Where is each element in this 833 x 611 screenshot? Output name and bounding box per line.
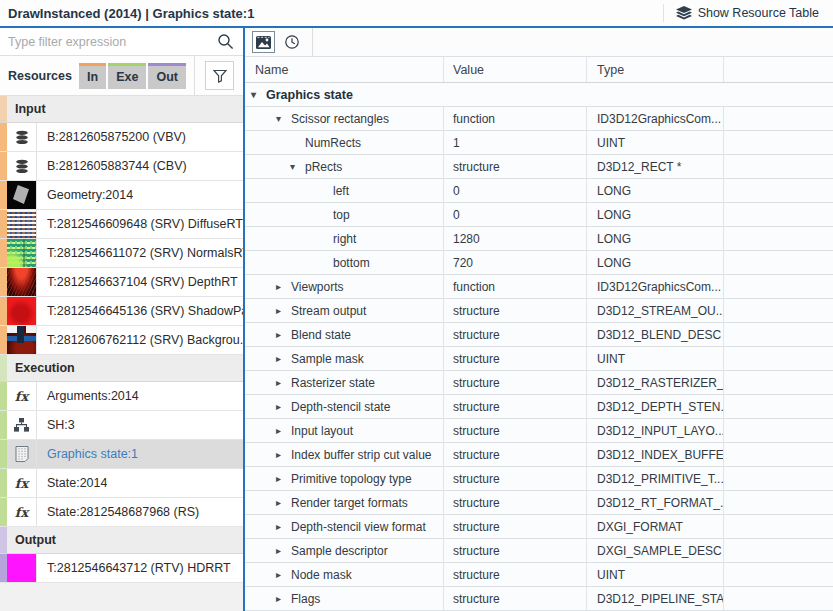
name-cell: ▸Render target formats bbox=[245, 491, 444, 514]
image-view-button[interactable] bbox=[252, 31, 275, 53]
section-header-output: Output bbox=[0, 527, 243, 554]
table-row[interactable]: ▸Primitive topology typestructureD3D12_P… bbox=[245, 467, 833, 491]
expander-closed-icon[interactable]: ▸ bbox=[276, 329, 291, 340]
table-row[interactable]: ▸Sample maskstructureUINT bbox=[245, 347, 833, 371]
table-row[interactable]: ▾pRectsstructure D3D12_RECT * bbox=[245, 155, 833, 179]
fx-icon: fx bbox=[15, 390, 28, 403]
type-cell: DXGI_FORMAT bbox=[587, 515, 724, 538]
table-row[interactable]: ▸Sample descriptorstructureDXGI_SAMPLE_D… bbox=[245, 539, 833, 563]
row-name: bottom bbox=[333, 256, 370, 270]
list-item[interactable]: B:2812605875200 (VBV) bbox=[0, 123, 243, 152]
list-item[interactable]: SH:3 bbox=[0, 411, 243, 440]
value-cell: structure bbox=[444, 539, 587, 562]
list-item[interactable]: T:2812546645136 (SRV) ShadowPa... bbox=[0, 297, 243, 326]
extra-cell bbox=[724, 227, 833, 250]
table-row[interactable]: left0LONG bbox=[245, 179, 833, 203]
column-header-type[interactable]: Type bbox=[587, 57, 724, 82]
column-header-value[interactable]: Value bbox=[444, 57, 587, 82]
item-label: T:2812606762112 (SRV) Backgrou... bbox=[37, 326, 243, 354]
list-item[interactable]: fxState:2812548687968 (RS) bbox=[0, 498, 243, 527]
list-item[interactable]: T:2812546637104 (SRV) DepthRT bbox=[0, 268, 243, 297]
table-row[interactable]: top0LONG bbox=[245, 203, 833, 227]
search-icon[interactable] bbox=[213, 33, 243, 50]
name-cell: ▸Sample mask bbox=[245, 347, 444, 370]
table-row[interactable]: ▸Node maskstructureUINT bbox=[245, 563, 833, 587]
section-stripe bbox=[0, 554, 7, 582]
expander-closed-icon[interactable]: ▸ bbox=[276, 401, 291, 412]
list-item[interactable]: Geometry:2014 bbox=[0, 181, 243, 210]
extra-cell bbox=[724, 83, 833, 106]
row-name: Stream output bbox=[291, 304, 366, 318]
list-item[interactable]: T:2812606762112 (SRV) Backgrou... bbox=[0, 326, 243, 355]
show-resource-table-button[interactable]: Show Resource Table bbox=[663, 4, 827, 22]
table-row[interactable]: ▸Blend statestructureD3D12_BLEND_DESC bbox=[245, 323, 833, 347]
column-header-name[interactable]: Name bbox=[245, 57, 444, 82]
table-row[interactable]: ▸FlagsstructureD3D12_PIPELINE_STA... bbox=[245, 587, 833, 611]
diffuse-thumbnail bbox=[7, 210, 36, 238]
buffer-icon bbox=[14, 159, 30, 174]
row-name: NumRects bbox=[305, 136, 361, 150]
expander-closed-icon[interactable]: ▸ bbox=[276, 377, 291, 388]
expander-closed-icon[interactable]: ▸ bbox=[276, 353, 291, 364]
table-row[interactable]: NumRects1UINT bbox=[245, 131, 833, 155]
name-cell: left bbox=[245, 179, 444, 202]
shadow-thumbnail bbox=[7, 297, 36, 325]
image-icon bbox=[256, 36, 271, 49]
item-label: State:2812548687968 (RS) bbox=[37, 498, 199, 526]
table-row[interactable]: ▸Depth-stencil statestructureD3D12_DEPTH… bbox=[245, 395, 833, 419]
expander-closed-icon[interactable]: ▸ bbox=[276, 497, 291, 508]
table-row[interactable]: ▸Input layoutstructureD3D12_INPUT_LAYO..… bbox=[245, 419, 833, 443]
section-stripe bbox=[0, 411, 7, 439]
item-label: T:2812546645136 (SRV) ShadowPa... bbox=[37, 297, 243, 325]
list-item[interactable]: Graphics state:1 bbox=[0, 440, 243, 469]
value-cell: 1 bbox=[444, 131, 587, 154]
value-cell: structure bbox=[444, 371, 587, 394]
expander-closed-icon[interactable]: ▸ bbox=[276, 473, 291, 484]
filter-input[interactable] bbox=[0, 35, 213, 49]
history-view-button[interactable] bbox=[280, 31, 303, 53]
table-row[interactable]: ▸Stream outputstructureD3D12_STREAM_OU..… bbox=[245, 299, 833, 323]
expander-closed-icon[interactable]: ▸ bbox=[276, 521, 291, 532]
table-row[interactable]: ▸Render target formatsstructureD3D12_RT_… bbox=[245, 491, 833, 515]
section-label: Input bbox=[7, 102, 46, 116]
value-cell: structure bbox=[444, 563, 587, 586]
expander-closed-icon[interactable]: ▸ bbox=[276, 593, 291, 604]
row-name: Node mask bbox=[291, 568, 352, 582]
list-item[interactable]: fxArguments:2014 bbox=[0, 382, 243, 411]
table-row[interactable]: ▸Depth-stencil view formatstructureDXGI_… bbox=[245, 515, 833, 539]
value-cell: 0 bbox=[444, 179, 587, 202]
out-filter-button[interactable]: Out bbox=[148, 63, 186, 89]
resources-panel: Resources In Exe Out InputB:281260587520… bbox=[0, 28, 245, 611]
expander-open-icon[interactable]: ▾ bbox=[276, 113, 291, 124]
expander-open-icon[interactable]: ▾ bbox=[290, 161, 305, 172]
value-cell: structure bbox=[444, 467, 587, 490]
table-row[interactable]: ▸Index buffer strip cut valuestructureD3… bbox=[245, 443, 833, 467]
table-row[interactable]: ▾Graphics state bbox=[245, 83, 833, 107]
section-stripe bbox=[0, 239, 7, 267]
expander-open-icon[interactable]: ▾ bbox=[251, 89, 266, 100]
list-item[interactable]: T:2812546609648 (SRV) DiffuseRT bbox=[0, 210, 243, 239]
list-item[interactable]: T:2812546611072 (SRV) NormalsRT bbox=[0, 239, 243, 268]
expander-closed-icon[interactable]: ▸ bbox=[276, 281, 291, 292]
table-row[interactable]: ▾Scissor rectanglesfunctionID3D12Graphic… bbox=[245, 107, 833, 131]
value-cell: 720 bbox=[444, 251, 587, 274]
in-filter-button[interactable]: In bbox=[79, 63, 106, 89]
table-row[interactable]: bottom720LONG bbox=[245, 251, 833, 275]
section-stripe bbox=[0, 152, 7, 180]
expander-closed-icon[interactable]: ▸ bbox=[276, 569, 291, 580]
list-item[interactable]: fxState:2014 bbox=[0, 469, 243, 498]
filter-funnel-button[interactable] bbox=[205, 61, 234, 90]
table-row[interactable]: ▸Rasterizer statestructureD3D12_RASTERIZ… bbox=[245, 371, 833, 395]
expander-closed-icon[interactable]: ▸ bbox=[276, 449, 291, 460]
expander-closed-icon[interactable]: ▸ bbox=[276, 305, 291, 316]
expander-closed-icon[interactable]: ▸ bbox=[276, 545, 291, 556]
item-label: T:2812546643712 (RTV) HDRRT bbox=[37, 554, 231, 582]
row-name: right bbox=[333, 232, 356, 246]
table-row[interactable]: ▸ViewportsfunctionID3D12GraphicsCom... bbox=[245, 275, 833, 299]
expander-closed-icon[interactable]: ▸ bbox=[276, 425, 291, 436]
type-cell: D3D12_PIPELINE_STA... bbox=[587, 587, 724, 610]
table-row[interactable]: right1280LONG bbox=[245, 227, 833, 251]
list-item[interactable]: B:2812605883744 (CBV) bbox=[0, 152, 243, 181]
exe-filter-button[interactable]: Exe bbox=[108, 63, 146, 89]
list-item[interactable]: T:2812546643712 (RTV) HDRRT bbox=[0, 554, 243, 583]
